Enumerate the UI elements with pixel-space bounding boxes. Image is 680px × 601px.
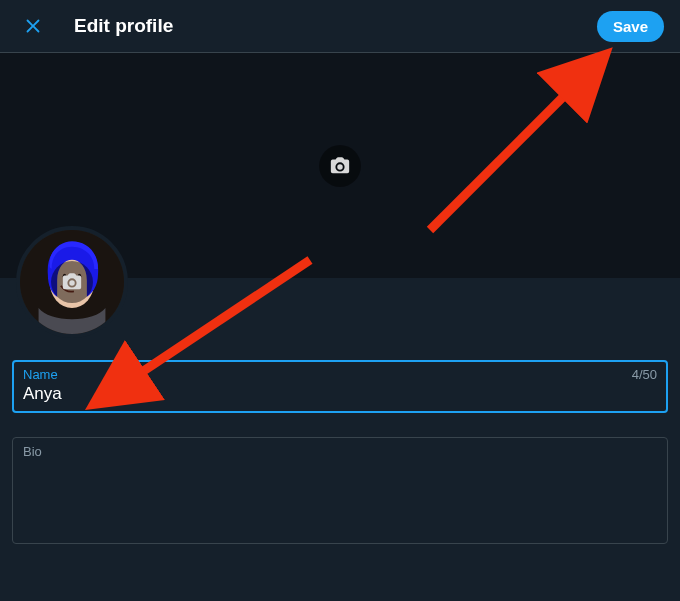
- modal-title: Edit profile: [74, 15, 597, 37]
- name-label: Name: [23, 367, 58, 382]
- save-button[interactable]: Save: [597, 11, 664, 42]
- bio-input[interactable]: [23, 461, 657, 531]
- camera-icon: [61, 271, 83, 293]
- avatar-upload-button[interactable]: [51, 261, 93, 303]
- banner-upload-button[interactable]: [319, 145, 361, 187]
- form-fields: Name 4/50 Bio: [0, 360, 680, 544]
- name-field[interactable]: Name 4/50: [12, 360, 668, 413]
- modal-header: Edit profile Save: [0, 0, 680, 53]
- close-button[interactable]: [16, 9, 50, 43]
- bio-field-header: Bio: [23, 444, 657, 459]
- avatar: [16, 226, 128, 338]
- camera-icon: [329, 155, 351, 177]
- close-icon: [22, 15, 44, 37]
- avatar-area: [16, 226, 128, 338]
- bio-label: Bio: [23, 444, 42, 459]
- name-input[interactable]: [23, 384, 657, 404]
- name-counter: 4/50: [632, 367, 657, 382]
- bio-field[interactable]: Bio: [12, 437, 668, 544]
- name-field-header: Name 4/50: [23, 367, 657, 382]
